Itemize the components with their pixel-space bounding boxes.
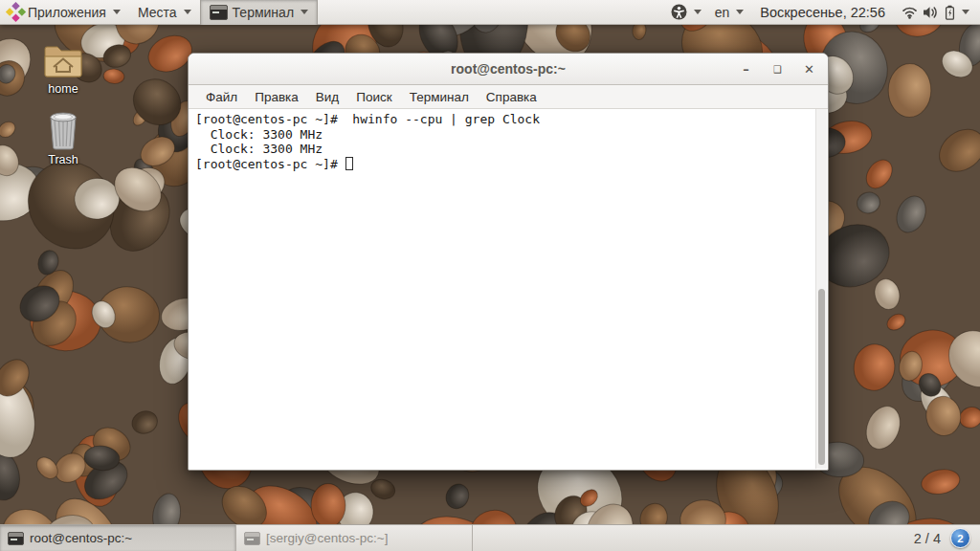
- trash-can-icon: [44, 110, 82, 150]
- bottom-panel: root@centos-pc:~ [sergiy@centos-pc:~] 2 …: [0, 524, 980, 551]
- desktop-icon-label: home: [23, 82, 103, 96]
- menu-edit[interactable]: Правка: [246, 87, 307, 107]
- wifi-icon: [902, 6, 918, 19]
- status-icons-menu[interactable]: [897, 0, 974, 25]
- terminal-screen[interactable]: [root@centos-pc ~]# hwinfo --cpu | grep …: [189, 109, 828, 470]
- distro-logo-icon: [6, 2, 26, 22]
- chevron-down-icon: [113, 10, 121, 14]
- terminal-prompt-line: [root@centos-pc ~]#: [195, 157, 811, 172]
- maximize-button[interactable]: ❑: [768, 60, 787, 78]
- keyboard-layout-menu[interactable]: en: [710, 0, 749, 25]
- chevron-down-icon: [736, 10, 744, 14]
- titlebar[interactable]: root@centos-pc:~ – ❑ ✕: [189, 54, 828, 85]
- terminal-app-icon: [8, 532, 24, 545]
- taskbar-item-root-terminal[interactable]: root@centos-pc:~: [0, 525, 236, 551]
- home-folder-icon: [42, 43, 84, 79]
- universal-access-icon: [671, 4, 687, 20]
- active-app-menu[interactable]: Терминал: [200, 0, 318, 25]
- scrollbar-thumb[interactable]: [818, 289, 825, 465]
- taskbar-item-label: [sergiy@centos-pc:~]: [266, 531, 388, 545]
- taskbar-item-sergiy-terminal[interactable]: [sergiy@centos-pc:~]: [236, 525, 473, 551]
- desktop-icon-home[interactable]: home: [23, 43, 103, 96]
- menu-bar: Файл Правка Вид Поиск Терминал Справка: [189, 85, 828, 109]
- battery-charging-icon: [945, 5, 955, 20]
- menu-file[interactable]: Файл: [197, 87, 246, 107]
- places-menu-label: Места: [138, 5, 177, 20]
- close-button[interactable]: ✕: [800, 60, 818, 78]
- applications-menu-label: Приложения: [28, 5, 106, 20]
- desktop-icon-label: Trash: [23, 153, 103, 166]
- terminal-app-icon: [244, 532, 260, 545]
- chevron-down-icon: [184, 10, 191, 14]
- chevron-down-icon: [962, 10, 969, 14]
- terminal-app-icon: [210, 5, 228, 20]
- minimize-button[interactable]: –: [737, 60, 755, 78]
- chevron-down-icon: [301, 10, 308, 14]
- clock[interactable]: Воскресенье, 22:56: [752, 5, 893, 20]
- applications-menu[interactable]: Приложения: [0, 0, 129, 25]
- workspace-switcher[interactable]: 2 / 4 2: [914, 525, 980, 551]
- desktop-icon-trash[interactable]: Trash: [23, 110, 103, 166]
- chevron-down-icon: [694, 10, 702, 14]
- terminal-prompt: [root@centos-pc ~]#: [195, 157, 345, 171]
- window-title: root@centos-pc:~: [189, 61, 828, 77]
- workspace-indicator: 2 / 4: [914, 531, 941, 546]
- menu-terminal[interactable]: Терминал: [401, 87, 478, 107]
- volume-icon: [923, 6, 940, 19]
- top-panel: Приложения Места Терминал en Воскресенье…: [0, 0, 980, 25]
- places-menu[interactable]: Места: [129, 0, 200, 25]
- menu-view[interactable]: Вид: [307, 87, 347, 107]
- terminal-window: root@centos-pc:~ – ❑ ✕ Файл Правка Вид П…: [188, 53, 829, 471]
- scrollbar[interactable]: [815, 109, 827, 469]
- menu-search[interactable]: Поиск: [347, 87, 400, 107]
- keyboard-layout-label: en: [715, 5, 730, 20]
- terminal-line: Clock: 3300 MHz: [195, 142, 811, 157]
- workspace-badge[interactable]: 2: [950, 528, 970, 548]
- accessibility-menu[interactable]: [666, 0, 706, 25]
- terminal-line: Clock: 3300 MHz: [195, 127, 811, 143]
- system-tray: en Воскресенье, 22:56: [666, 0, 980, 25]
- terminal-cursor: [345, 157, 353, 170]
- taskbar-item-label: root@centos-pc:~: [30, 531, 132, 545]
- active-app-menu-label: Терминал: [233, 5, 294, 20]
- terminal-line: [root@centos-pc ~]# hwinfo --cpu | grep …: [195, 112, 811, 127]
- menu-help[interactable]: Справка: [478, 87, 546, 107]
